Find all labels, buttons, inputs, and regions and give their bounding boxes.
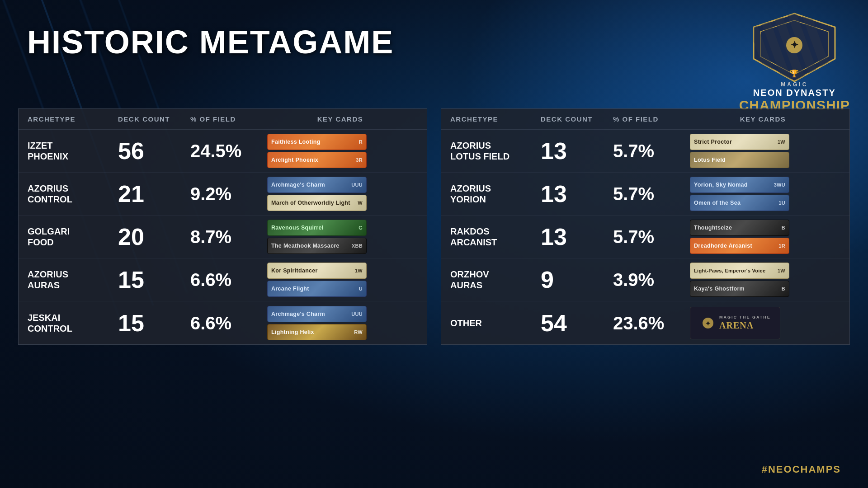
- deck-count: 20: [118, 225, 190, 249]
- page-title: HISTORIC METAGAME: [27, 23, 394, 61]
- card-name: Omen of the Sea: [694, 200, 777, 206]
- card-cost: UUU: [351, 182, 363, 188]
- card-name: Ravenous Squirrel: [271, 225, 357, 231]
- card-cost: B: [782, 225, 785, 230]
- deck-count: 13: [541, 182, 613, 206]
- pct-field: 6.6%: [190, 314, 263, 332]
- table-row: AZORIUSLOTUS FIELD 13 5.7% Strict Procto…: [441, 130, 849, 173]
- key-cards-col: Kor Spiritdancer 1W Arcane Flight U: [263, 263, 418, 297]
- key-cards-col: Thoughtseize B Dreadhorde Arcanist 1R: [685, 220, 840, 254]
- championship-logo: ✦ 🏆 MAGIC NEON DYNASTY CHAMPIONSHIP: [739, 9, 850, 113]
- pct-field: 24.5%: [190, 142, 263, 160]
- key-cards-col: Light-Paws, Emperor's Voice 1W Kaya's Gh…: [685, 263, 840, 297]
- card-chip: Yorion, Sky Nomad 3WU: [690, 177, 789, 193]
- table-row: AZORIUSYORION 13 5.7% Yorion, Sky Nomad …: [441, 173, 849, 216]
- tables-container: ARCHETYPE DECK COUNT % OF FIELD KEY CARD…: [18, 108, 850, 345]
- card-name: Arcane Flight: [271, 286, 357, 292]
- card-cost: G: [359, 225, 363, 230]
- key-cards-col: Archmage's Charm UUU Lightning Helix RW: [263, 306, 418, 340]
- card-name: Strict Proctor: [694, 139, 776, 145]
- archetype-name: OTHER: [450, 318, 541, 328]
- hashtag: #NEOCHAMPS: [762, 464, 841, 475]
- deck-count: 15: [118, 311, 190, 335]
- right-header-key-cards: KEY CARDS: [685, 115, 840, 123]
- key-cards-col: Strict Proctor 1W Lotus Field: [685, 134, 840, 168]
- left-table: ARCHETYPE DECK COUNT % OF FIELD KEY CARD…: [18, 108, 427, 345]
- svg-text:ARENA: ARENA: [719, 320, 754, 330]
- left-header-key-cards: KEY CARDS: [263, 115, 418, 123]
- card-chip: Dreadhorde Arcanist 1R: [690, 238, 789, 254]
- card-chip: Archmage's Charm UUU: [267, 306, 367, 322]
- archetype-name: AZORIUSAURAS: [28, 269, 118, 291]
- card-name: Kor Spiritdancer: [271, 267, 353, 274]
- left-header-pct-field: % OF FIELD: [190, 115, 263, 123]
- deck-count: 56: [118, 139, 190, 163]
- right-header-archetype: ARCHETYPE: [450, 115, 541, 123]
- card-cost: R: [359, 139, 363, 145]
- card-cost: 1R: [778, 243, 785, 249]
- card-name: March of Otherworldly Light: [271, 200, 356, 206]
- card-chip: The Meathook Massacre XBB: [267, 238, 367, 254]
- table-row: GOLGARIFOOD 20 8.7% Ravenous Squirrel G …: [19, 216, 427, 258]
- table-row: JESKAICONTROL 15 6.6% Archmage's Charm U…: [19, 301, 427, 344]
- card-chip: Ravenous Squirrel G: [267, 220, 367, 236]
- archetype-name: JESKAICONTROL: [28, 312, 118, 334]
- archetype-name: GOLGARIFOOD: [28, 226, 118, 248]
- card-name: Thoughtseize: [694, 225, 780, 231]
- logo-badge: ✦ 🏆: [745, 9, 844, 86]
- card-name: Faithless Looting: [271, 139, 357, 145]
- card-chip: Arclight Phoenix 3R: [267, 152, 367, 168]
- table-row: AZORIUSAURAS 15 6.6% Kor Spiritdancer 1W…: [19, 258, 427, 301]
- card-cost: 1W: [778, 139, 785, 145]
- table-row: OTHER 54 23.6% ✦ MAGIC THE GATHERING ARE…: [441, 301, 849, 344]
- left-header-archetype: ARCHETYPE: [28, 115, 118, 123]
- deck-count: 54: [541, 311, 613, 335]
- deck-count: 9: [541, 268, 613, 291]
- right-header-pct-field: % OF FIELD: [613, 115, 685, 123]
- table-row: ORZHOVAURAS 9 3.9% Light-Paws, Emperor's…: [441, 258, 849, 301]
- card-name: The Meathook Massacre: [271, 243, 350, 249]
- logo-neon-dynasty: NEON DYNASTY: [739, 88, 850, 98]
- left-header-deck-count: DECK COUNT: [118, 115, 190, 123]
- table-row: IZZETPHOENIX 56 24.5% Faithless Looting …: [19, 130, 427, 173]
- pct-field: 23.6%: [613, 314, 685, 332]
- deck-count: 21: [118, 182, 190, 206]
- card-chip: Lightning Helix RW: [267, 324, 367, 340]
- archetype-name: IZZETPHOENIX: [28, 140, 118, 162]
- pct-field: 5.7%: [613, 185, 685, 203]
- key-cards-col: Faithless Looting R Arclight Phoenix 3R: [263, 134, 418, 168]
- card-chip: Arcane Flight U: [267, 281, 367, 297]
- pct-field: 5.7%: [613, 228, 685, 246]
- archetype-name: AZORIUSCONTROL: [28, 183, 118, 205]
- card-cost: 3WU: [774, 182, 785, 188]
- card-name: Lightning Helix: [271, 329, 352, 335]
- card-chip: Thoughtseize B: [690, 220, 789, 236]
- table-row: AZORIUSCONTROL 21 9.2% Archmage's Charm …: [19, 173, 427, 216]
- archetype-name: ORZHOVAURAS: [450, 269, 541, 291]
- archetype-name: AZORIUSLOTUS FIELD: [450, 140, 541, 162]
- key-cards-col: ✦ MAGIC THE GATHERING ARENA: [685, 307, 840, 339]
- card-chip: Strict Proctor 1W: [690, 134, 789, 150]
- svg-text:🏆: 🏆: [790, 69, 799, 78]
- card-cost: UUU: [351, 311, 363, 317]
- pct-field: 5.7%: [613, 142, 685, 160]
- card-chip: Archmage's Charm UUU: [267, 177, 367, 193]
- deck-count: 13: [541, 225, 613, 249]
- card-chip: Omen of the Sea 1U: [690, 195, 789, 211]
- key-cards-col: Archmage's Charm UUU March of Otherworld…: [263, 177, 418, 211]
- pct-field: 8.7%: [190, 228, 263, 246]
- deck-count: 13: [541, 139, 613, 163]
- card-cost: W: [358, 200, 363, 206]
- card-cost: B: [782, 286, 785, 291]
- arena-logo-box: ✦ MAGIC THE GATHERING ARENA: [690, 307, 780, 339]
- svg-text:✦: ✦: [790, 39, 798, 51]
- card-cost: 1W: [778, 268, 785, 273]
- archetype-name: AZORIUSYORION: [450, 183, 541, 205]
- card-chip: March of Otherworldly Light W: [267, 195, 367, 211]
- pct-field: 3.9%: [613, 271, 685, 289]
- card-name: Dreadhorde Arcanist: [694, 243, 777, 249]
- right-table-header: ARCHETYPE DECK COUNT % OF FIELD KEY CARD…: [441, 109, 849, 130]
- card-name: Archmage's Charm: [271, 311, 349, 317]
- card-name: Light-Paws, Emperor's Voice: [694, 268, 776, 273]
- svg-text:✦: ✦: [705, 320, 711, 327]
